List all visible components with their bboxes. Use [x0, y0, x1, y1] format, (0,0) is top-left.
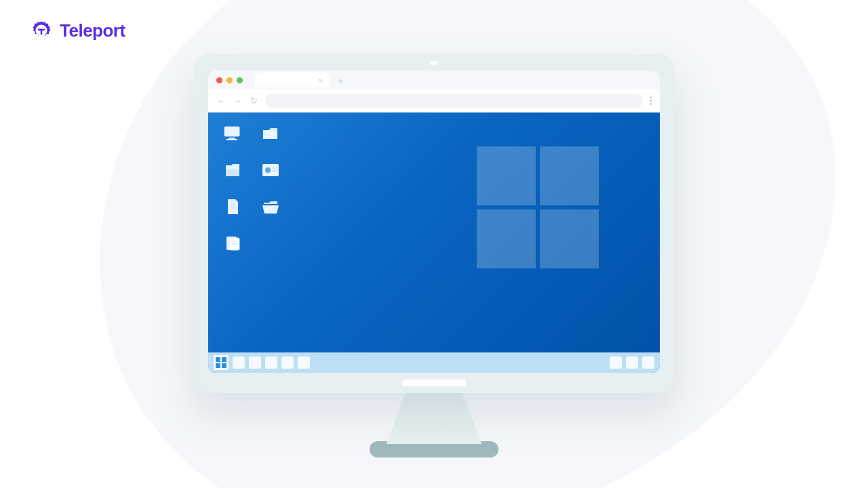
monitor-illustration: × + ← → ↻ — [193, 54, 675, 458]
control-panel-icon[interactable] — [261, 161, 280, 179]
monitor-bezel: × + ← → ↻ — [193, 54, 675, 393]
maximize-window-icon[interactable] — [237, 77, 243, 83]
back-button[interactable]: ← — [216, 96, 226, 106]
tray-item[interactable] — [626, 357, 638, 369]
svg-rect-7 — [272, 167, 277, 169]
document-icon[interactable] — [223, 198, 242, 216]
taskbar-item[interactable] — [249, 357, 261, 369]
folder-open-icon[interactable] — [261, 198, 280, 216]
system-tray — [610, 357, 654, 369]
taskbar-item[interactable] — [298, 357, 310, 369]
svg-rect-8 — [272, 170, 277, 171]
start-button[interactable] — [214, 355, 229, 370]
svg-rect-13 — [231, 241, 237, 242]
svg-rect-4 — [226, 169, 239, 176]
browser-menu-button[interactable] — [650, 96, 652, 105]
teleport-wordmark: Teleport — [60, 20, 125, 41]
svg-rect-1 — [224, 127, 239, 136]
teleport-logo: Teleport — [30, 19, 125, 42]
tray-item[interactable] — [642, 357, 654, 369]
browser-tab-strip: × + — [208, 70, 660, 89]
desktop-icons-grid — [223, 125, 288, 262]
svg-rect-3 — [226, 139, 237, 140]
close-tab-icon[interactable]: × — [317, 75, 323, 85]
address-bar[interactable] — [265, 94, 643, 108]
browser-tab[interactable]: × — [255, 73, 330, 87]
file-explorer-icon[interactable] — [223, 161, 242, 179]
browser-toolbar: ← → ↻ — [208, 89, 660, 113]
close-window-icon[interactable] — [216, 77, 222, 83]
camera-icon — [430, 61, 438, 65]
window-controls — [216, 77, 243, 83]
svg-rect-14 — [231, 243, 237, 245]
svg-rect-10 — [230, 207, 236, 209]
windows-logo-icon — [477, 146, 599, 268]
reload-button[interactable]: ↻ — [249, 96, 258, 106]
windows-taskbar — [208, 352, 660, 373]
minimize-window-icon[interactable] — [226, 77, 233, 83]
remote-desktop-session — [208, 113, 660, 373]
new-tab-button[interactable]: + — [338, 75, 344, 86]
svg-rect-9 — [230, 205, 236, 206]
taskbar-item[interactable] — [233, 357, 245, 369]
svg-rect-2 — [229, 138, 235, 139]
taskbar-item[interactable] — [281, 357, 294, 369]
monitor-home-indicator — [402, 380, 467, 386]
forward-button[interactable]: → — [233, 96, 242, 106]
notes-icon[interactable] — [223, 235, 242, 252]
windows-desktop[interactable] — [208, 113, 660, 352]
monitor-stand-neck — [387, 393, 481, 444]
teleport-gear-icon — [30, 19, 53, 42]
svg-point-6 — [265, 167, 271, 173]
browser-window: × + ← → ↻ — [208, 70, 660, 373]
tray-item[interactable] — [610, 357, 622, 369]
folder-icon[interactable] — [261, 125, 280, 142]
this-pc-icon[interactable] — [223, 125, 242, 142]
taskbar-item[interactable] — [265, 357, 277, 369]
